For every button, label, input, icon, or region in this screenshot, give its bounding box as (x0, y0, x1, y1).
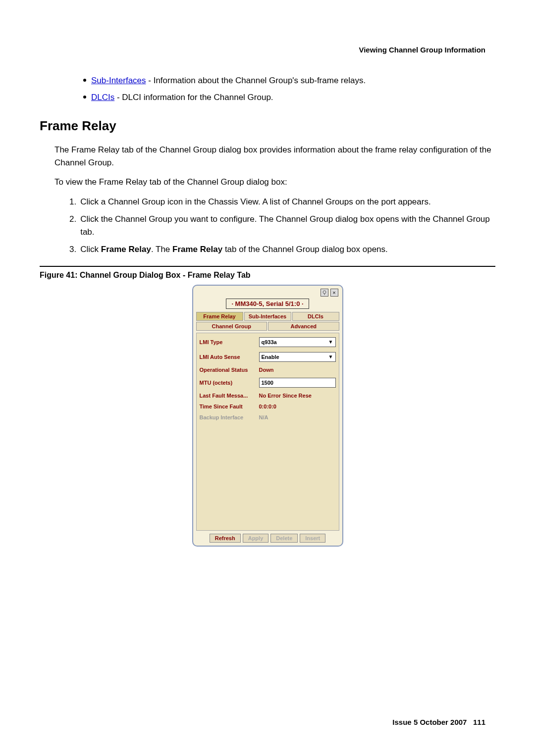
field-backup-interface: Backup Interface N/A (200, 414, 336, 420)
divider (40, 266, 495, 267)
device-label: · MM340-5, Serial 5/1:0 · (196, 299, 339, 309)
lmi-type-select[interactable]: q933a ▼ (259, 337, 336, 347)
operational-status-value: Down (259, 367, 274, 373)
dialog-container: × · MM340-5, Serial 5/1:0 · Frame Relay … (40, 285, 495, 547)
step3-bold-2: Frame Relay (172, 245, 222, 254)
bullet-text: Sub-Interfaces - Information about the C… (91, 74, 366, 87)
mtu-label: MTU (octets) (200, 380, 259, 386)
close-icon[interactable]: × (330, 289, 338, 297)
delete-button[interactable]: Delete (270, 534, 298, 543)
field-lmi-type: LMI Type q933a ▼ (200, 337, 336, 347)
lmi-type-label: LMI Type (200, 339, 259, 345)
mtu-input[interactable]: 1500 (259, 378, 336, 388)
tab-channel-group[interactable]: Channel Group (196, 322, 268, 331)
last-fault-value: No Error Since Rese (259, 393, 312, 399)
mtu-value: 1500 (262, 380, 273, 386)
lmi-auto-sense-value: Enable (262, 354, 279, 360)
footer-page: 111 (473, 718, 485, 726)
page-header-right: Viewing Channel Group Information (359, 46, 485, 54)
field-operational-status: Operational Status Down (200, 367, 336, 373)
step3-part-c: . The (151, 245, 172, 254)
field-mtu: MTU (octets) 1500 (200, 378, 336, 388)
step3-part-a: Click (80, 245, 101, 254)
paragraph-1: The Frame Relay tab of the Channel Group… (54, 144, 495, 169)
dlcis-link[interactable]: DLCIs (91, 93, 114, 102)
backup-interface-value: N/A (259, 414, 268, 420)
tab-dlcis[interactable]: DLCIs (292, 312, 339, 321)
bullet-dlcis: DLCIs - DLCI information for the Channel… (83, 91, 495, 104)
step3-bold-1: Frame Relay (101, 245, 151, 254)
tab-frame-relay[interactable]: Frame Relay (196, 312, 243, 321)
bullet-list: Sub-Interfaces - Information about the C… (83, 74, 495, 103)
step3-part-e: tab of the Channel Group dialog box open… (222, 245, 388, 254)
bullet-text: DLCIs - DLCI information for the Channel… (91, 91, 273, 104)
lmi-auto-sense-label: LMI Auto Sense (200, 354, 259, 360)
step-text: Click the Channel Group you want to conf… (80, 213, 495, 238)
figure-caption: Figure 41: Channel Group Dialog Box - Fr… (40, 271, 495, 280)
step-text: Click Frame Relay. The Frame Relay tab o… (80, 243, 388, 256)
paragraph-2: To view the Frame Relay tab of the Chann… (54, 176, 495, 189)
tabs-row2: Channel Group Advanced (196, 322, 339, 331)
lmi-auto-sense-select[interactable]: Enable ▼ (259, 352, 336, 362)
chevron-down-icon: ▼ (328, 339, 333, 345)
chevron-down-icon: ▼ (328, 354, 333, 359)
main-content: Sub-Interfaces - Information about the C… (40, 74, 495, 547)
last-fault-label: Last Fault Messa... (200, 393, 259, 399)
footer-issue: Issue 5 October 2007 (392, 718, 467, 726)
tab-advanced[interactable]: Advanced (268, 322, 339, 331)
step-number: 1. (69, 196, 76, 208)
bullet-dot-icon (83, 79, 86, 82)
step-text: Click a Channel Group icon in the Chassi… (80, 196, 430, 208)
tabs-row1: Frame Relay Sub-Interfaces DLCIs (196, 312, 339, 321)
form-panel: LMI Type q933a ▼ LMI Auto Sense Enable ▼… (196, 333, 339, 531)
page-footer: Issue 5 October 2007 111 (392, 718, 485, 726)
field-lmi-auto-sense: LMI Auto Sense Enable ▼ (200, 352, 336, 362)
time-since-fault-value: 0:0:0:0 (259, 403, 276, 409)
insert-button[interactable]: Insert (300, 534, 325, 543)
tab-sub-interfaces[interactable]: Sub-Interfaces (244, 312, 291, 321)
bullet-sub-interfaces: Sub-Interfaces - Information about the C… (83, 74, 495, 87)
dialog-button-row: Refresh Apply Delete Insert (196, 534, 339, 543)
step-1: 1. Click a Channel Group icon in the Cha… (69, 196, 495, 208)
sub-interfaces-desc: - Information about the Channel Group's … (146, 76, 366, 85)
step-3: 3. Click Frame Relay. The Frame Relay ta… (69, 243, 495, 256)
dlcis-desc: - DLCI information for the Channel Group… (114, 93, 273, 102)
section-heading-frame-relay: Frame Relay (40, 118, 495, 134)
field-last-fault: Last Fault Messa... No Error Since Rese (200, 393, 336, 399)
sub-interfaces-link[interactable]: Sub-Interfaces (91, 76, 146, 85)
dialog-titlebar: × (196, 289, 339, 297)
step-number: 3. (69, 243, 76, 256)
refresh-button[interactable]: Refresh (210, 534, 241, 543)
numbered-list: 1. Click a Channel Group icon in the Cha… (69, 196, 495, 256)
operational-status-label: Operational Status (200, 367, 259, 373)
time-since-fault-label: Time Since Fault (200, 403, 259, 409)
field-time-since-fault: Time Since Fault 0:0:0:0 (200, 403, 336, 409)
apply-button[interactable]: Apply (243, 534, 269, 543)
step-number: 2. (69, 213, 76, 238)
step-2: 2. Click the Channel Group you want to c… (69, 213, 495, 238)
pin-icon[interactable] (321, 289, 328, 297)
device-label-text: · MM340-5, Serial 5/1:0 · (226, 299, 309, 309)
channel-group-dialog: × · MM340-5, Serial 5/1:0 · Frame Relay … (192, 285, 343, 547)
lmi-type-value: q933a (262, 339, 277, 345)
bullet-dot-icon (83, 96, 86, 99)
backup-interface-label: Backup Interface (200, 414, 259, 420)
svg-point-0 (323, 291, 326, 294)
